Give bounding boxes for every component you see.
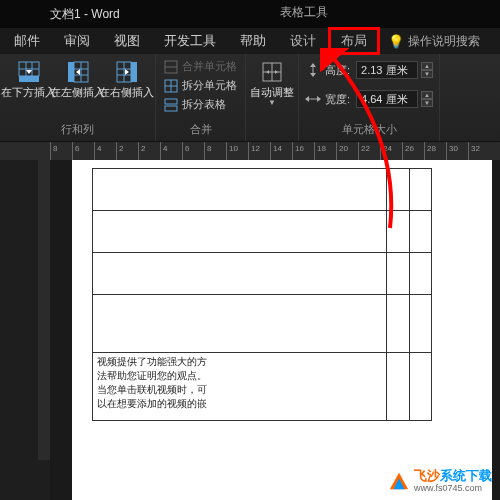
svg-marker-29 — [275, 70, 278, 74]
width-value: 4.64 厘米 — [361, 92, 407, 107]
insert-right-icon — [115, 60, 139, 84]
spinner-up-icon[interactable]: ▲ — [421, 62, 433, 70]
document-page[interactable]: 视频提供了功能强大的方 法帮助您证明您的观点。 当您单击联机视频时，可 以在想要… — [72, 160, 492, 500]
title-bar: 文档1 - Word — [0, 0, 500, 28]
group-cell-size: 高度: 2.13 厘米 ▲▼ 宽度: 4.64 厘米 ▲▼ 单元格大小 — [299, 54, 440, 141]
svg-rect-24 — [165, 106, 177, 111]
height-row: 高度: 2.13 厘米 ▲▼ — [305, 61, 433, 79]
ribbon-tabs: 邮件 审阅 视图 开发工具 帮助 设计 布局 💡 操作说明搜索 — [0, 28, 500, 54]
merge-cells-label: 合并单元格 — [182, 59, 237, 74]
table-cell-text[interactable]: 视频提供了功能强大的方 法帮助您证明您的观点。 当您单击联机视频时，可 以在想要… — [93, 353, 387, 421]
autofit-label: 自动调整 — [250, 86, 294, 98]
svg-marker-31 — [310, 63, 316, 67]
group-cell-size-label: 单元格大小 — [305, 122, 433, 137]
tab-layout[interactable]: 布局 — [328, 27, 380, 55]
document-table[interactable]: 视频提供了功能强大的方 法帮助您证明您的观点。 当您单击联机视频时，可 以在想要… — [92, 168, 432, 421]
height-label: 高度: — [325, 63, 350, 78]
table-row — [93, 295, 432, 353]
watermark: 飞沙系统下载 www.fs0745.com — [388, 470, 492, 494]
insert-below-label: 在下方插入 — [1, 86, 56, 98]
merge-cells-button[interactable]: 合并单元格 — [162, 58, 239, 75]
width-input[interactable]: 4.64 厘米 — [356, 90, 418, 108]
watermark-logo-icon — [388, 471, 410, 493]
height-value: 2.13 厘米 — [361, 63, 407, 78]
watermark-url: www.fs0745.com — [414, 482, 492, 494]
table-tools-label: 表格工具 — [280, 4, 328, 21]
merge-cells-icon — [164, 60, 178, 74]
watermark-brand: 飞沙系统下载 — [414, 470, 492, 482]
page-area: 视频提供了功能强大的方 法帮助您证明您的观点。 当您单击联机视频时，可 以在想要… — [50, 160, 500, 500]
doc-line: 当您单击联机视频时，可 — [97, 384, 207, 395]
split-cells-button[interactable]: 拆分单元格 — [162, 77, 239, 94]
svg-marker-34 — [305, 96, 309, 102]
svg-rect-10 — [68, 62, 74, 82]
spinner-up-icon[interactable]: ▲ — [421, 91, 433, 99]
document-title: 文档1 - Word — [50, 6, 120, 23]
doc-line: 以在想要添加的视频的嵌 — [97, 398, 207, 409]
insert-below-button[interactable]: 在下方插入 — [6, 58, 51, 100]
table-row — [93, 211, 432, 253]
table-row — [93, 169, 432, 211]
tab-mail[interactable]: 邮件 — [2, 28, 52, 54]
width-label: 宽度: — [325, 92, 350, 107]
spinner-down-icon[interactable]: ▼ — [421, 99, 433, 107]
tab-devtools[interactable]: 开发工具 — [152, 28, 228, 54]
insert-left-icon — [66, 60, 90, 84]
svg-marker-11 — [76, 69, 80, 75]
width-spinner[interactable]: ▲▼ — [421, 91, 433, 107]
tab-view[interactable]: 视图 — [102, 28, 152, 54]
lightbulb-icon: 💡 — [388, 34, 404, 49]
split-table-button[interactable]: 拆分表格 — [162, 96, 239, 113]
group-merge-label: 合并 — [162, 122, 239, 137]
insert-right-button[interactable]: 在右侧插入 — [104, 58, 149, 100]
svg-rect-16 — [131, 62, 137, 82]
split-cells-label: 拆分单元格 — [182, 78, 237, 93]
horizontal-ruler[interactable]: 86422468101214161820222426283032 — [0, 142, 500, 160]
group-merge: 合并单元格 拆分单元格 拆分表格 合并 — [156, 54, 246, 141]
split-table-label: 拆分表格 — [182, 97, 226, 112]
svg-marker-5 — [26, 70, 32, 74]
tab-review[interactable]: 审阅 — [52, 28, 102, 54]
search-hint-text: 操作说明搜索 — [408, 33, 480, 50]
height-spinner[interactable]: ▲▼ — [421, 62, 433, 78]
spinner-down-icon[interactable]: ▼ — [421, 70, 433, 78]
height-input[interactable]: 2.13 厘米 — [356, 61, 418, 79]
svg-rect-4 — [19, 76, 39, 82]
split-table-icon — [164, 98, 178, 112]
tell-me-search[interactable]: 💡 操作说明搜索 — [388, 33, 480, 50]
width-row: 宽度: 4.64 厘米 ▲▼ — [305, 90, 433, 108]
svg-marker-17 — [125, 69, 129, 75]
table-row: 视频提供了功能强大的方 法帮助您证明您的观点。 当您单击联机视频时，可 以在想要… — [93, 353, 432, 421]
svg-marker-32 — [310, 73, 316, 77]
autofit-button[interactable]: 自动调整 ▼ — [252, 58, 292, 109]
ribbon: 在下方插入 在左侧插入 在右侧插入 行和列 合并单元格 — [0, 54, 500, 142]
chevron-down-icon: ▼ — [268, 98, 276, 107]
insert-left-label: 在左侧插入 — [50, 86, 105, 98]
doc-line: 视频提供了功能强大的方 — [97, 356, 207, 367]
width-icon — [305, 92, 321, 106]
tab-design[interactable]: 设计 — [278, 28, 328, 54]
insert-right-label: 在右侧插入 — [99, 86, 154, 98]
doc-line: 法帮助您证明您的观点。 — [97, 370, 207, 381]
group-rows-cols-label: 行和列 — [6, 122, 149, 137]
svg-marker-35 — [317, 96, 321, 102]
group-rows-cols: 在下方插入 在左侧插入 在右侧插入 行和列 — [0, 54, 156, 141]
table-row — [93, 253, 432, 295]
split-cells-icon — [164, 79, 178, 93]
svg-marker-28 — [266, 70, 269, 74]
insert-left-button[interactable]: 在左侧插入 — [55, 58, 100, 100]
height-icon — [305, 63, 321, 77]
autofit-icon — [260, 60, 284, 84]
group-autofit: 自动调整 ▼ — [246, 54, 299, 141]
insert-below-icon — [17, 60, 41, 84]
svg-rect-23 — [165, 99, 177, 104]
tab-help[interactable]: 帮助 — [228, 28, 278, 54]
